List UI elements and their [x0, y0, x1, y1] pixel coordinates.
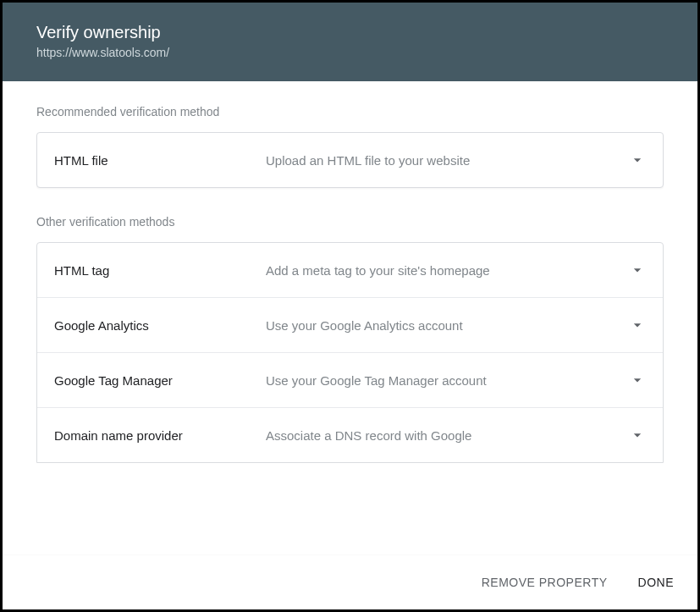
method-description: Upload an HTML file to your website: [266, 153, 629, 168]
dialog-content: Recommended verification method HTML fil…: [3, 81, 697, 554]
method-name: Google Tag Manager: [54, 373, 266, 388]
method-row-google-tag-manager[interactable]: Google Tag Manager Use your Google Tag M…: [37, 353, 663, 408]
recommended-method-card: HTML file Upload an HTML file to your we…: [36, 132, 664, 188]
method-name: HTML tag: [54, 263, 266, 278]
method-row-html-tag[interactable]: HTML tag Add a meta tag to your site's h…: [37, 243, 663, 298]
chevron-down-icon: [629, 262, 646, 278]
method-name: HTML file: [54, 153, 266, 168]
other-methods-list: HTML tag Add a meta tag to your site's h…: [36, 242, 664, 463]
dialog-title: Verify ownership: [36, 23, 664, 42]
done-button[interactable]: DONE: [635, 569, 677, 596]
chevron-down-icon: [629, 427, 646, 444]
method-description: Add a meta tag to your site's homepage: [266, 263, 629, 278]
method-description: Use your Google Tag Manager account: [266, 373, 629, 388]
remove-property-button[interactable]: REMOVE PROPERTY: [478, 569, 611, 596]
chevron-down-icon: [629, 317, 646, 334]
other-section-label: Other verification methods: [36, 215, 664, 229]
chevron-down-icon: [629, 372, 646, 389]
dialog-header: Verify ownership https://www.slatools.co…: [3, 3, 697, 81]
dialog-footer: REMOVE PROPERTY DONE: [3, 554, 697, 609]
method-name: Google Analytics: [54, 318, 266, 333]
method-description: Use your Google Analytics account: [266, 318, 629, 333]
method-description: Associate a DNS record with Google: [266, 428, 629, 443]
method-row-google-analytics[interactable]: Google Analytics Use your Google Analyti…: [37, 298, 663, 353]
dialog-subtitle: https://www.slatools.com/: [36, 46, 664, 59]
chevron-down-icon: [629, 152, 646, 168]
method-row-domain-name-provider[interactable]: Domain name provider Associate a DNS rec…: [37, 408, 663, 462]
recommended-section-label: Recommended verification method: [36, 105, 664, 119]
method-row-html-file[interactable]: HTML file Upload an HTML file to your we…: [37, 133, 663, 187]
method-name: Domain name provider: [54, 428, 266, 443]
